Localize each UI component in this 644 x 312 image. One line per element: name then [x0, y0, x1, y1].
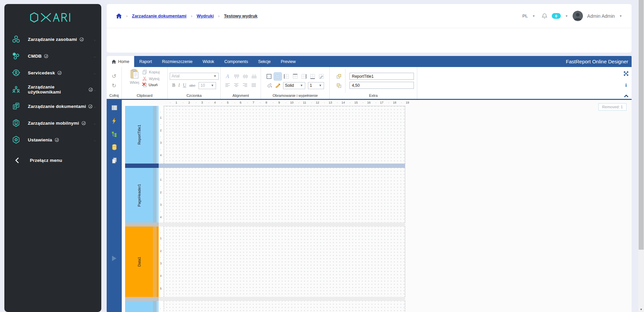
component-name-input[interactable] [350, 73, 414, 80]
border-right-icon[interactable] [300, 73, 308, 80]
band-header[interactable] [125, 301, 153, 312]
band-header[interactable]: PageHeader1 [125, 168, 153, 223]
avatar[interactable] [573, 11, 583, 21]
sidebar-item-dokumenty[interactable]: Zarządzanie dokumentami ⌄ [4, 98, 101, 115]
expand-icon[interactable] [624, 71, 629, 76]
border-bottom-icon[interactable] [309, 73, 316, 80]
band-row-pageheader1[interactable]: PageHeader1·1·2·3·4 [125, 168, 632, 223]
band-separator[interactable] [125, 223, 632, 227]
brush-icon[interactable] [275, 83, 280, 88]
data-icon[interactable] [111, 144, 117, 150]
border-width-select[interactable]: 1▼ [308, 82, 324, 89]
band-separator[interactable] [125, 164, 632, 168]
sidebar-item-servicedesk[interactable]: Servicedesk ⌄ [4, 64, 101, 81]
ribbon-section-extra: Extra [330, 67, 417, 99]
breadcrumb-item[interactable]: Wydruki [197, 13, 214, 18]
info-icon[interactable]: i [626, 83, 627, 88]
band-page-area[interactable] [164, 301, 405, 312]
user-name[interactable]: Admin Admin [587, 13, 615, 19]
paste-label: Wklej [130, 80, 139, 84]
border-all-icon[interactable] [265, 73, 273, 80]
copy-button[interactable]: Kopiuj [142, 69, 160, 75]
send-to-back-icon[interactable] [336, 83, 341, 88]
report-tree-icon[interactable] [111, 131, 117, 137]
undo-icon[interactable]: ↺ [112, 73, 116, 79]
report-canvas[interactable]: ·1·2·3·4·5·6·7·8·9·10·11·12·13·14·15·16·… [125, 100, 632, 312]
preview-play-icon[interactable] [110, 255, 118, 263]
strikethrough-button[interactable]: abe [189, 83, 195, 87]
align-right-icon[interactable] [243, 83, 248, 87]
tab-sekcje[interactable]: Sekcje [253, 56, 276, 67]
sidebar-item-uzytkownicy[interactable]: Zarządzanie użytkownikami ⌄ [4, 81, 101, 98]
delete-button[interactable]: Usuń [142, 82, 160, 87]
font-size-select[interactable]: 10▼ [199, 82, 216, 89]
page-scrollbar[interactable]: ▼ [638, 0, 644, 312]
redo-icon[interactable]: ↻ [112, 82, 116, 89]
bring-to-front-icon[interactable] [336, 74, 341, 79]
sidebar-item-cmdb[interactable]: CMDB ⌄ [4, 48, 101, 64]
tab-home[interactable]: Home [107, 56, 134, 67]
border-paint-icon[interactable] [318, 73, 325, 80]
language-selector[interactable]: PL [522, 13, 528, 18]
band-page-area[interactable] [164, 106, 405, 164]
fastreport-designer: HomeRaportRozmieszczenieWidokComponentsS… [107, 56, 632, 312]
italic-button[interactable]: I [178, 83, 180, 88]
events-icon[interactable] [111, 118, 117, 124]
notification-badge[interactable]: 0 [552, 13, 561, 19]
home-icon[interactable] [116, 13, 122, 18]
band-page-area[interactable] [164, 168, 405, 223]
underline-button[interactable]: U [183, 83, 186, 88]
border-left-icon[interactable] [283, 73, 290, 80]
user-zone: PL ▼ 0 ▼ Admin Admin ▼ [522, 11, 622, 21]
band-row-data1[interactable]: Data1·1·2·3·4·5 [125, 227, 632, 297]
valign-top-icon[interactable] [234, 74, 239, 79]
sidebar-item-zasoby[interactable]: Zarządzanie zasobami ⌄ [4, 31, 101, 48]
band-row[interactable]: · [125, 301, 632, 312]
chevron-down-icon[interactable]: ▼ [565, 14, 568, 18]
band-separator-handle[interactable] [125, 164, 159, 168]
band-header[interactable]: ReportTitle1 [125, 106, 153, 164]
bold-button[interactable]: B [172, 83, 175, 88]
align-center-icon[interactable] [234, 83, 239, 87]
ruler-number: 10 [290, 101, 293, 104]
tab-raport[interactable]: Raport [134, 56, 157, 67]
tab-components[interactable]: Components [219, 56, 253, 67]
band-header[interactable]: Data1 [125, 227, 153, 297]
component-height-input[interactable] [350, 82, 414, 89]
scrollbar-thumb[interactable] [639, 0, 644, 250]
breadcrumb-item[interactable]: Zarządzanie dokumentami [132, 13, 186, 18]
band-separator[interactable] [125, 297, 632, 301]
font-family-select[interactable]: Arial▼ [170, 73, 219, 80]
border-none-icon[interactable] [274, 73, 281, 80]
align-left-icon[interactable] [225, 83, 230, 87]
font-color-icon[interactable]: A [226, 73, 229, 79]
valign-bottom-icon[interactable] [251, 74, 256, 79]
chevron-down-icon: ▼ [211, 84, 214, 87]
cut-button[interactable]: Wytnij [142, 76, 160, 81]
sidebar-collapse-toggle[interactable]: Przełącz menu [4, 152, 101, 168]
band-separator-handle[interactable] [125, 223, 159, 227]
band-page-area[interactable] [164, 227, 405, 297]
sidebar-item-ustawienia[interactable]: Ustawienia ⌄ [4, 131, 101, 148]
paste-button[interactable]: Wklej [129, 69, 140, 84]
home-icon [112, 60, 116, 64]
tab-preview[interactable]: Preview [276, 56, 301, 67]
band-row-reporttitle1[interactable]: ReportTitle1·1·2·3·4 [125, 106, 632, 164]
sidebar-item-mobilne[interactable]: Zarządzanie mobilnymi ⌄ [4, 115, 101, 131]
border-style-select[interactable]: Solid▼ [283, 82, 305, 89]
scrollbar-down-arrow[interactable]: ▼ [638, 308, 644, 311]
valign-center-icon[interactable] [243, 74, 248, 79]
align-justify-icon[interactable] [251, 83, 256, 87]
bell-icon[interactable] [542, 13, 547, 19]
border-top-icon[interactable] [291, 73, 299, 80]
band-separator-handle[interactable] [125, 297, 159, 301]
tab-rozmieszczenie[interactable]: Rozmieszczenie [157, 56, 198, 67]
copy-icon[interactable] [111, 157, 117, 164]
collapse-ribbon-icon[interactable] [624, 95, 629, 98]
properties-icon[interactable] [111, 105, 118, 111]
chevron-down-icon: ⌄ [93, 54, 97, 59]
chevron-down-icon[interactable]: ▼ [532, 14, 535, 18]
fill-bucket-icon[interactable] [267, 83, 272, 88]
chevron-down-icon[interactable]: ▼ [619, 14, 622, 18]
tab-widok[interactable]: Widok [198, 56, 219, 67]
